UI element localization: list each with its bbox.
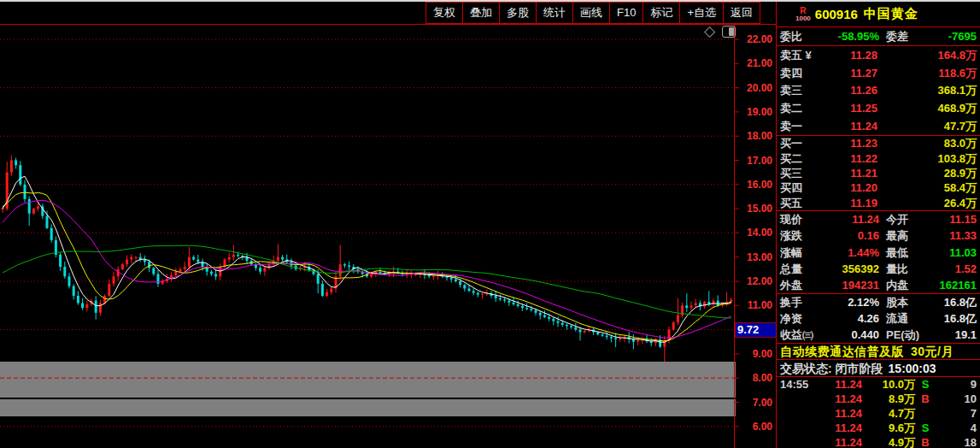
buy-row-0: 买一11.2383.0万 (777, 136, 980, 150)
buy-label: 买五 (780, 197, 828, 209)
promo-text: 自动续费通达信普及版 (780, 345, 904, 357)
weibi-value: -58.95% (816, 31, 879, 42)
diamond-marker-icon[interactable]: ◇ (704, 24, 715, 38)
axis-label-13.00: 13.00 (735, 251, 772, 263)
quote-value-2: 11.15 (929, 214, 977, 225)
axis-label-6.00: 6.00 (735, 421, 772, 433)
trade-count: 9 (936, 379, 977, 390)
sell-price: 11.24 (828, 121, 877, 132)
buy-levels: 买一11.2383.0万买二11.22103.8万买三11.2128.9万买四1… (777, 136, 980, 211)
trade-volume: 9.6万 (862, 422, 915, 433)
trade-direction: B (915, 437, 936, 448)
fund-value-2: 16.8亿 (929, 297, 977, 308)
fund-row-1: 净资4.26流通16.8亿 (777, 310, 980, 327)
toolbar-button-1[interactable]: 叠加 (462, 2, 500, 24)
quote-stats: 现价11.24今开11.15涨跌0.16最高11.33涨幅1.44%最低11.0… (777, 211, 980, 294)
tick-trades-list[interactable]: 14:5511.2410.0万S911.248.9万B1011.244.7万71… (777, 377, 980, 448)
axis-label-12.00: 12.00 (735, 275, 772, 287)
stock-header: R 1000 600916 中国黄金 (777, 2, 980, 27)
quote-label-2: 今开 (879, 214, 929, 225)
weibi-section: 委比 -58.95% 委差 -7695 (777, 27, 980, 46)
axis-label-20.00: 20.00 (735, 82, 772, 94)
trade-price: 11.24 (818, 437, 862, 448)
toolbar-button-2[interactable]: 多股 (499, 2, 537, 24)
quote-row-2: 涨幅1.44%最低11.03 (777, 244, 980, 260)
axis-label-16.00: 16.00 (735, 179, 772, 191)
rights-flag: R 1000 (795, 7, 811, 22)
trade-price: 11.24 (818, 393, 862, 404)
buy-row-4: 买五11.1926.4万 (777, 196, 980, 210)
buy-volume: 83.0万 (877, 138, 977, 149)
fund-label-2: PE(动) (879, 329, 929, 340)
trade-price: 11.24 (818, 408, 862, 419)
toolbar-button-8[interactable]: 返回 (723, 2, 760, 24)
axis-label-11.00: 11.00 (735, 299, 772, 311)
trade-volume: 10.0万 (862, 379, 915, 390)
flag-1000: 1000 (795, 15, 811, 22)
buy-volume: 58.4万 (877, 182, 977, 193)
quote-label-1: 外盘 (780, 280, 816, 291)
axis-label-21.00: 21.00 (735, 57, 772, 69)
quote-value-2: 1.52 (929, 263, 977, 274)
quote-panel: R 1000 600916 中国黄金 委比 -58.95% 委差 -7695 卖… (776, 2, 980, 448)
buy-row-2: 买三11.2128.9万 (777, 166, 980, 180)
sell-volume: 368.1万 (877, 85, 977, 96)
fund-row-0: 换手2.12%股本16.8亿 (777, 294, 980, 310)
sell-label: 卖一 (780, 121, 828, 132)
weicha-label: 委差 (879, 31, 929, 42)
buy-price: 11.20 (828, 182, 877, 193)
axis-label-17.00: 17.00 (735, 155, 772, 167)
quote-label-2: 内盘 (879, 280, 929, 291)
fund-label-2: 股本 (879, 297, 929, 308)
quote-value-1: 194231 (816, 280, 879, 291)
axis-label-7.00: 7.00 (735, 397, 772, 409)
panel-toggle-icon[interactable] (722, 26, 736, 38)
trade-row-0: 14:5511.2410.0万S9 (777, 377, 980, 392)
quote-label-1: 总量 (780, 263, 816, 274)
axis-label-8.00: 8.00 (735, 372, 772, 384)
toolbar-button-0[interactable]: 复权 (425, 2, 463, 24)
flag-r: R (800, 7, 806, 15)
toolbar: 复权叠加多股统计画线F10标记+自选返回 (0, 2, 776, 25)
sell-row-2: 卖三11.26368.1万 (777, 82, 980, 100)
sell-row-1: 卖四11.27118.6万 (777, 64, 980, 82)
trade-volume: 4.7万 (862, 408, 915, 419)
sell-volume: 468.9万 (877, 103, 977, 114)
promo-banner[interactable]: 自动续费通达信普及版 30元/月 (777, 344, 980, 360)
buy-label: 买一 (780, 138, 828, 149)
quote-value-2: 162161 (929, 280, 977, 291)
toolbar-button-3[interactable]: 统计 (536, 2, 573, 24)
trade-row-1: 11.248.9万B10 (777, 392, 980, 406)
toolbar-button-4[interactable]: 画线 (572, 2, 610, 24)
toolbar-button-6[interactable]: 标记 (643, 2, 680, 24)
trade-volume: 8.9万 (862, 393, 915, 404)
quote-value-2: 11.33 (929, 230, 977, 241)
sell-levels: 卖五 ¥11.28164.8万卖四11.27118.6万卖三11.26368.1… (777, 46, 980, 136)
axis-label-15.00: 15.00 (735, 203, 772, 215)
quote-label-2: 量比 (879, 263, 929, 274)
status-time: 15:00:03 (889, 363, 936, 374)
trade-volume: 4.9万 (862, 437, 915, 448)
buy-row-1: 买二11.22103.8万 (777, 150, 980, 165)
buy-row-3: 买四11.2058.4万 (777, 180, 980, 195)
fund-value-2: 16.8亿 (929, 313, 977, 324)
fundamental-stats: 换手2.12%股本16.8亿净资4.26流通16.8亿收益㈢0.440PE(动)… (777, 294, 980, 344)
kline-chart[interactable] (0, 0, 740, 448)
toolbar-button-7[interactable]: +自选 (679, 2, 724, 24)
window-top-strip (0, 0, 980, 2)
axis-label-18.00: 18.00 (735, 130, 772, 142)
quote-value-1: 11.24 (816, 214, 879, 225)
quote-value-1: 0.16 (816, 230, 879, 241)
trade-status: 交易状态: 闭市阶段 15:00:03 (777, 360, 980, 377)
quote-label-1: 现价 (780, 214, 816, 225)
quote-label-2: 最高 (879, 230, 929, 241)
toolbar-button-5[interactable]: F10 (609, 2, 643, 24)
buy-label: 买二 (780, 153, 828, 164)
sell-volume: 47.7万 (877, 121, 977, 132)
fund-value-1: 2.12% (816, 297, 879, 308)
sell-label: 卖四 (780, 68, 828, 79)
fund-label-1: 净资 (780, 313, 816, 324)
trade-direction: S (915, 422, 936, 433)
trade-count: 18 (936, 437, 977, 448)
promo-price: 30元/月 (911, 345, 954, 357)
